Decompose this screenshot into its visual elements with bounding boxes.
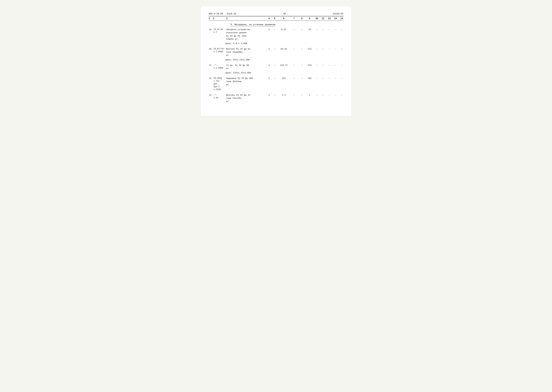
row-20-col6: 55,34 [278, 47, 290, 51]
row-22-col13: – [332, 77, 339, 80]
col-header-7: 7 [290, 17, 298, 20]
row-19-ref: 24_07-02 п.7 [213, 28, 226, 34]
row-23-col10: – [314, 93, 320, 97]
table-row: 22 Сб.СРСЦ ч.III доп. вып.I п.2228 Задви… [209, 77, 344, 91]
row-22-col9: I8I [306, 77, 314, 80]
row-23-desc: Вентиль Ру I6 Ду I5 типа I5кчI8п шт [226, 93, 266, 103]
row-22-main: 22 Сб.СРСЦ ч.III доп. вып.I п.2228 Задви… [209, 77, 344, 91]
column-headers: I 2 3 4 5 6 7 8 9 IO II I2 I3 I4 [209, 16, 344, 21]
header-album: Альб.IO [227, 13, 236, 15]
col-header-14: I4 [339, 17, 345, 20]
row-20-col4: 2 [266, 47, 272, 51]
row-21-col10: – [314, 64, 320, 67]
row-20-col12: – [326, 47, 332, 51]
row-23-id: 23 [209, 93, 213, 97]
row-21-col7: – [290, 64, 298, 67]
row-19-id: 19 [209, 28, 213, 31]
row-20-ref: 23_07/73г п.I-0486 [213, 47, 226, 53]
col-header-9: 9 [306, 17, 314, 20]
section-title-text: П. Материалы, не учтенные ценником [231, 23, 276, 26]
row-21-price: Цена: I25xI,I2xI,098 [209, 71, 344, 75]
row-22-col14: – [339, 77, 345, 80]
row-21-col4: 4 [266, 64, 272, 67]
row-20-desc: Вентиль Ру I6 Ду 32 типа I5нж586к шт [226, 47, 266, 57]
row-22-col5: – [272, 77, 278, 80]
row-20-price: Цена: 45xI,I2xI,098 [209, 58, 344, 62]
table-row: 20 23_07/73г п.I-0486 Вентиль Ру I6 Ду 3… [209, 47, 344, 62]
page: 903-9-28.89 Альб.IO - 46 - 24154-07 I 2 … [201, 6, 351, 116]
row-21-col9: 6I5 [306, 64, 314, 67]
row-21-col6: I53,72 [278, 64, 290, 67]
row-19-price: Цена: 5,8 x 1,098 [209, 42, 344, 45]
row-22-col4: I [266, 77, 272, 80]
col-header-12: I2 [326, 17, 332, 20]
row-20-col8: – [298, 47, 306, 51]
row-22-col6: I8I [278, 77, 290, 80]
col-header-11: II [320, 17, 326, 20]
row-23-col6: I,2 [278, 93, 290, 97]
row-20-id: 20 [209, 47, 213, 51]
row-19-col11: – [320, 28, 326, 31]
row-20-col10: – [314, 47, 320, 51]
col-header-8: 8 [298, 17, 306, 20]
row-19-col9: I3 [306, 28, 314, 31]
row-19-col5: – [272, 28, 278, 31]
row-19-desc: Запорное устройство указателя уровня Ру … [226, 28, 266, 41]
row-22-col12: – [326, 77, 332, 80]
row-23-col4: I [266, 93, 272, 97]
row-23-col9: I [306, 93, 314, 97]
row-21-ref: –"– п.I-0489 [213, 64, 226, 70]
row-21-desc: То же, Ру I6 Ду 80 шт [226, 64, 266, 70]
row-22-ref: Сб.СРСЦ ч.III доп. вып.I п.2228 [213, 77, 226, 91]
table-row: 23 –"– п.9I Вентиль Ру I6 Ду I5 типа I5к… [209, 93, 344, 103]
row-20-col13: – [332, 47, 339, 51]
row-23-col13: – [332, 93, 339, 97]
col-header-5: 5 [272, 17, 278, 20]
row-23-col8: – [298, 93, 306, 97]
col-header-6: 6 [278, 17, 290, 20]
section-title: П. Материалы, не учтенные ценником [209, 23, 344, 26]
row-19-col6: 6,37 [278, 28, 290, 31]
row-19-col10: – [314, 28, 320, 31]
header-row: 903-9-28.89 Альб.IO - 46 - 24154-07 [209, 13, 344, 15]
row-20-col11: – [320, 47, 326, 51]
row-19-col14: – [339, 28, 345, 31]
row-21-col5: – [272, 64, 278, 67]
row-23-col12: – [326, 93, 332, 97]
header-drawing: 24154-07 [333, 13, 343, 15]
row-22-id: 22 [209, 77, 213, 80]
row-19-col4: 2 [266, 28, 272, 31]
row-22-col10: – [314, 77, 320, 80]
row-19-main: 19 24_07-02 п.7 Запорное устройство указ… [209, 28, 344, 41]
row-19-col12: – [326, 28, 332, 31]
row-21-col12: – [326, 64, 332, 67]
row-22-col8: – [298, 77, 306, 80]
table-row: 2I –"– п.I-0489 То же, Ру I6 Ду 80 шт 4 … [209, 64, 344, 75]
col-header-3: 3 [226, 17, 266, 20]
row-19-col13: – [332, 28, 339, 31]
row-23-col14: – [339, 93, 345, 97]
row-20-col14: – [339, 47, 345, 51]
col-header-2: 2 [213, 17, 226, 20]
col-header-1: I [209, 17, 213, 20]
row-21-col8: – [298, 64, 306, 67]
col-header-13: I3 [332, 17, 339, 20]
row-23-col5: – [272, 93, 278, 97]
row-23-col7: – [290, 93, 298, 97]
row-23-ref: –"– п.9I [213, 93, 226, 99]
row-21-col14: – [339, 64, 345, 67]
header-page: - 46 - [240, 13, 329, 15]
table-row: 19 24_07-02 п.7 Запорное устройство указ… [209, 28, 344, 45]
row-20-col5: – [272, 47, 278, 51]
row-19-col7: – [290, 28, 298, 31]
row-22-col7: – [290, 77, 298, 80]
row-20-col7: – [290, 47, 298, 51]
row-21-id: 2I [209, 64, 213, 67]
row-23-col11: – [320, 93, 326, 97]
col-header-4: 4 [266, 17, 272, 20]
row-21-main: 2I –"– п.I-0489 То же, Ру I6 Ду 80 шт 4 … [209, 64, 344, 70]
row-21-col11: – [320, 64, 326, 67]
col-header-10: IO [314, 17, 320, 20]
row-21-col13: – [332, 64, 339, 67]
row-22-desc: Задвижка Ру 25 Ду 200 типа 30с64нж шт. [226, 77, 266, 87]
